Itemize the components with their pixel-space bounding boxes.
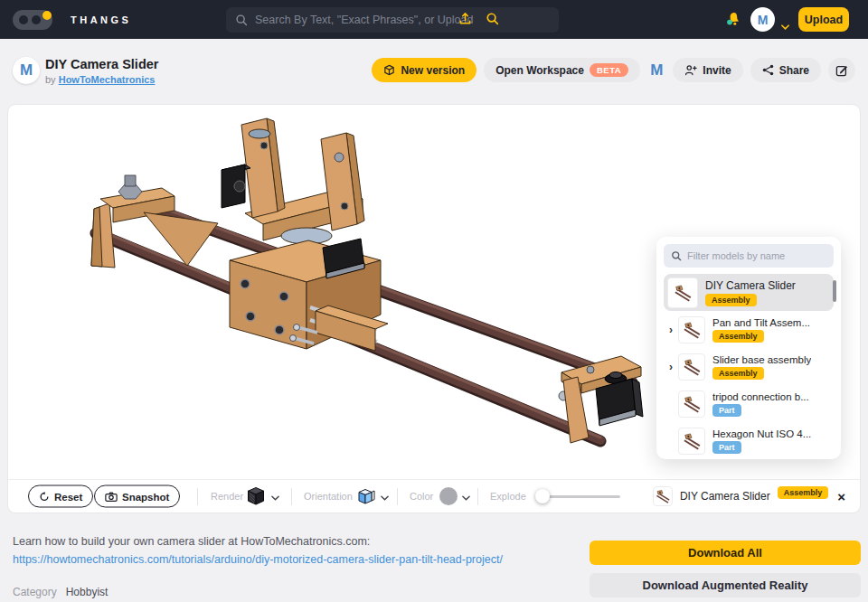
reset-label: Reset (54, 491, 82, 502)
byline: by HowToMechatronics (45, 74, 155, 85)
byline-prefix: by (45, 74, 56, 85)
avatar-letter: M (758, 13, 769, 27)
close-icon[interactable]: × (837, 489, 845, 504)
new-version-icon (383, 64, 395, 76)
thangs-logo[interactable]: THANGS (13, 10, 131, 30)
author-logo-icon[interactable]: M (13, 57, 40, 84)
expand-chevron-icon[interactable]: › (664, 324, 678, 336)
search-icon (235, 14, 248, 26)
model-thumbnail (678, 316, 705, 343)
top-navbar: THANGS M Upload (0, 0, 868, 39)
model-label: tripod connection b... (712, 391, 809, 402)
reset-icon (39, 491, 50, 502)
search-submit-icon[interactable] (486, 12, 499, 29)
edit-button[interactable] (828, 58, 855, 82)
selected-model-thumbnail (653, 486, 673, 506)
model-type-badge: Part (712, 404, 741, 417)
selected-model-chip: DIY Camera Slider Assembly × (653, 486, 845, 506)
brand-name: THANGS (71, 14, 131, 25)
render-label: Render (211, 491, 243, 502)
tutorial-link[interactable]: https://howtomechatronics.com/tutorials/… (13, 553, 503, 566)
viewer-toolbar: Reset Snapshot Render Orientation Color (8, 479, 860, 513)
snapshot-label: Snapshot (122, 491, 169, 502)
chevron-down-icon (462, 495, 470, 501)
download-all-button[interactable]: Download All (590, 541, 861, 565)
selected-model-label: DIY Camera Slider (680, 490, 770, 503)
model-list-item[interactable]: DIY Camera SliderAssembly (664, 274, 834, 311)
model-list-item[interactable]: ›Slider base assemblyAssembly (664, 348, 834, 385)
model-type-badge: Assembly (705, 294, 757, 306)
search-input[interactable] (255, 14, 550, 26)
edit-pencil-icon (835, 64, 848, 77)
download-ar-button[interactable]: Download Augmented Reality (590, 573, 861, 597)
model-thumbnail (678, 428, 705, 455)
orientation-dropdown[interactable] (354, 485, 389, 507)
thangs-logo-icon (13, 10, 60, 30)
open-workspace-label: Open Workspace (495, 64, 584, 77)
panel-scrollbar[interactable] (833, 280, 836, 302)
category-row: CategoryHobbyist (13, 586, 108, 598)
model-header: M DIY Camera Slider by HowToMechatronics… (0, 39, 868, 104)
explode-label: Explode (490, 491, 526, 502)
filter-models-input[interactable] (687, 250, 826, 261)
model-type-badge: Assembly (712, 330, 764, 343)
model-label: Slider base assembly (712, 354, 811, 365)
model-type-badge: Part (712, 441, 741, 454)
render-dropdown[interactable] (245, 485, 279, 507)
page-title: DIY Camera Slider (45, 57, 158, 71)
model-thumbnail (678, 353, 705, 381)
author-link[interactable]: HowToMechatronics (59, 74, 156, 85)
chevron-down-icon (271, 495, 279, 501)
model-label: Pan and Tilt Assem... (712, 317, 810, 328)
share-button[interactable]: Share (750, 58, 821, 82)
color-label: Color (410, 491, 433, 502)
model-thumbnail (667, 277, 698, 308)
model-list-item[interactable]: Hexagon Nut ISO 4...Part (664, 422, 834, 459)
workspace-m-logo-icon[interactable]: M (647, 61, 665, 80)
model-list-item[interactable]: ›Pan and Tilt Assem...Assembly (664, 311, 834, 348)
open-workspace-button[interactable]: Open Workspace BETA (484, 58, 640, 82)
invite-button[interactable]: Invite (673, 58, 742, 82)
upload-button[interactable]: Upload (798, 7, 849, 32)
render-cube-icon (245, 485, 267, 507)
account-menu-chevron-icon[interactable] (781, 17, 789, 33)
selected-model-badge: Assembly (778, 486, 829, 499)
search-upload-icon[interactable] (458, 12, 472, 29)
model-list-item[interactable]: tripod connection b...Part (664, 385, 834, 422)
model-label: Hexagon Nut ISO 4... (712, 428, 811, 439)
reset-button[interactable]: Reset (28, 485, 93, 508)
new-version-button[interactable]: New version (372, 58, 476, 82)
models-panel: DIY Camera SliderAssembly›Pan and Tilt A… (656, 237, 841, 459)
expand-chevron-icon[interactable]: › (664, 361, 678, 373)
header-actions: New version Open Workspace BETA M Invite… (372, 58, 855, 82)
invite-label: Invite (703, 64, 731, 77)
orientation-cube-icon (354, 485, 376, 507)
snapshot-button[interactable]: Snapshot (94, 485, 180, 508)
category-label: Category (13, 586, 57, 598)
chevron-down-icon (381, 495, 389, 501)
share-label: Share (779, 64, 809, 77)
explode-slider-track[interactable] (546, 495, 620, 498)
explode-slider[interactable] (535, 489, 620, 503)
share-icon (762, 64, 774, 76)
model-type-badge: Assembly (712, 367, 764, 380)
invite-person-icon (684, 64, 697, 76)
beta-badge: BETA (590, 63, 628, 77)
model-list: DIY Camera SliderAssembly›Pan and Tilt A… (664, 274, 834, 459)
filter-models-search[interactable] (664, 244, 834, 268)
new-version-label: New version (401, 64, 465, 77)
explode-slider-thumb[interactable] (535, 489, 550, 503)
color-swatch-icon (439, 487, 458, 505)
orientation-label: Orientation (304, 491, 353, 502)
color-dropdown[interactable] (439, 487, 470, 505)
model-thumbnail (678, 390, 705, 418)
camera-icon (105, 491, 118, 502)
footer-description: Learn how to build your own camera slide… (13, 535, 370, 548)
search-icon (671, 250, 682, 261)
model-label: DIY Camera Slider (705, 279, 796, 292)
category-value: Hobbyist (66, 586, 108, 598)
avatar[interactable]: M (750, 7, 775, 32)
notifications-icon[interactable] (725, 11, 741, 31)
global-search[interactable] (226, 7, 559, 33)
